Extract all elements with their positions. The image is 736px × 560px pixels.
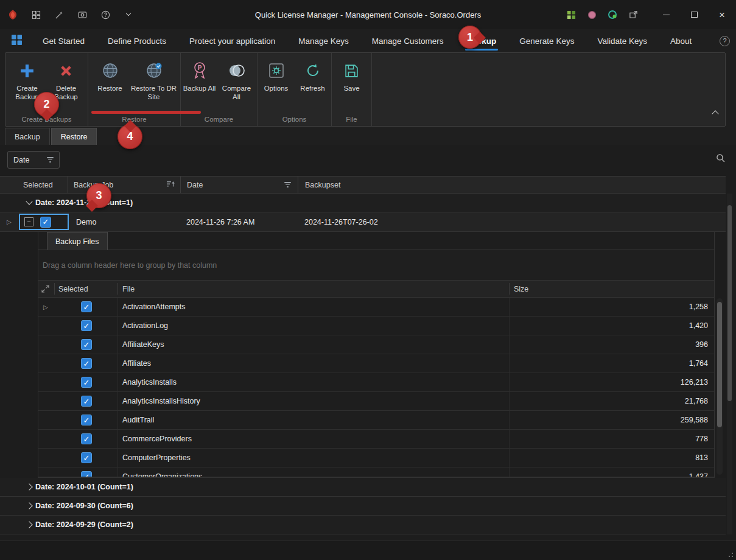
ribbon-tab-validate-keys[interactable]: Validate Keys: [586, 29, 659, 52]
collapse-detail-toggle[interactable]: −: [24, 217, 33, 226]
file-checkbox[interactable]: ✓: [81, 452, 92, 463]
record-pink-icon[interactable]: [586, 9, 597, 20]
row-checkbox[interactable]: ✓: [40, 217, 51, 228]
file-checkbox[interactable]: ✓: [81, 301, 92, 312]
backup-all-button[interactable]: P Backup All: [183, 58, 217, 93]
file-checkbox[interactable]: ✓: [81, 415, 92, 425]
ribbon-help-icon[interactable]: ?: [720, 36, 730, 46]
search-icon[interactable]: [716, 153, 725, 165]
restore-to-dr-site-button[interactable]: Restore To DR Site: [130, 58, 178, 102]
collapse-ribbon-icon[interactable]: [713, 108, 718, 119]
file-size: 21,768: [685, 392, 708, 411]
help-icon[interactable]: [100, 9, 111, 20]
file-checkbox[interactable]: ✓: [81, 471, 92, 477]
toolbar-group-compare: P Backup All Compare All Compare: [181, 53, 258, 126]
column-header-backupset[interactable]: Backupset: [298, 177, 726, 193]
file-checkbox[interactable]: ✓: [81, 433, 92, 444]
detail-column-file[interactable]: File: [122, 281, 135, 297]
annotation-underline-restore: [91, 111, 201, 114]
refresh-icon: [304, 60, 321, 81]
ribbon-tab-get-started[interactable]: Get Started: [31, 29, 96, 52]
screen-capture-icon[interactable]: [77, 9, 88, 20]
group-label: Date: 2024-09-30 (Count=6): [35, 502, 133, 510]
tab-backup-files[interactable]: Backup Files: [47, 232, 108, 250]
date-filter-dropdown[interactable]: Date: [7, 151, 60, 169]
file-size: 259,588: [681, 411, 708, 430]
magic-wand-icon[interactable]: [54, 9, 65, 20]
group-label-file: File: [332, 113, 371, 126]
file-row[interactable]: ✓ CommerceProviders 778: [38, 430, 714, 449]
ribbon-tab-define-products[interactable]: Define Products: [96, 29, 178, 52]
file-row[interactable]: ▷ ✓ ActivationAttempts 1,258: [38, 298, 714, 317]
row-expander-icon[interactable]: ▷: [7, 212, 12, 232]
titlebar-right: ×: [566, 0, 736, 29]
chevron-right-icon[interactable]: [24, 522, 34, 527]
file-row[interactable]: ✓ AnalyticsInstallsHistory 21,768: [38, 392, 714, 411]
file-checkbox[interactable]: ✓: [81, 320, 92, 331]
file-row[interactable]: ✓ AnalyticsInstalls 126,213: [38, 373, 714, 392]
selected-cell[interactable]: − ✓: [19, 214, 69, 230]
column-header-backup-job[interactable]: Backup Job: [68, 177, 180, 193]
file-row[interactable]: ✓ ActivationLog 1,420: [38, 317, 714, 335]
file-size: 396: [695, 335, 708, 354]
chevron-right-icon[interactable]: [24, 485, 34, 489]
file-name: ComputerProperties: [122, 449, 191, 467]
resize-grip[interactable]: [726, 550, 733, 557]
detail-tab-bar: Backup Files: [38, 232, 714, 250]
file-checkbox[interactable]: ✓: [81, 339, 92, 350]
maximize-button[interactable]: [680, 0, 708, 29]
file-row[interactable]: ✓ AuditTrail 259,588: [38, 411, 714, 430]
tab-restore[interactable]: Restore: [51, 128, 97, 145]
addon-green-icon[interactable]: [566, 9, 577, 20]
file-row[interactable]: ✓ Affiliates 1,764: [38, 354, 714, 373]
annotation-balloon-3: 3: [86, 183, 111, 208]
ribbon-apps-icon[interactable]: [11, 34, 23, 48]
ribbon-tab-manage-keys[interactable]: Manage Keys: [287, 29, 360, 52]
compare-all-button[interactable]: Compare All: [218, 58, 256, 102]
popout-icon[interactable]: [628, 9, 639, 20]
column-header-selected[interactable]: Selected: [17, 177, 68, 193]
group-row-2024-09-29[interactable]: Date: 2024-09-29 (Count=2): [0, 516, 726, 534]
annotation-balloon-2: 2: [34, 92, 59, 117]
date-column-funnel-icon[interactable]: [284, 182, 291, 187]
file-checkbox[interactable]: ✓: [81, 377, 92, 388]
save-button[interactable]: Save: [336, 58, 368, 93]
options-button[interactable]: Options: [259, 58, 294, 93]
chevron-right-icon[interactable]: [24, 503, 34, 508]
file-row[interactable]: ✓ AffiliateKeys 396: [38, 335, 714, 354]
minimize-button[interactable]: [652, 0, 680, 29]
detail-column-size[interactable]: Size: [514, 281, 528, 297]
group-row-2024-09-30[interactable]: Date: 2024-09-30 (Count=6): [0, 497, 726, 516]
sync-teal-icon[interactable]: [607, 9, 618, 20]
file-checkbox[interactable]: ✓: [81, 358, 92, 369]
ribbon-tab-manage-customers[interactable]: Manage Customers: [360, 29, 455, 52]
close-button[interactable]: ×: [708, 0, 736, 29]
filter-funnel-icon: [47, 157, 54, 163]
tab-backup[interactable]: Backup: [5, 128, 50, 145]
file-row[interactable]: ✓ CustomerOrganizations 1,437: [38, 467, 714, 477]
restore-button[interactable]: Restore: [91, 58, 129, 93]
grid-scrollbar-thumb[interactable]: [727, 205, 732, 401]
ribbon-tab-generate-keys[interactable]: Generate Keys: [508, 29, 586, 52]
group-label-compare: Compare: [181, 113, 257, 126]
expand-all-icon[interactable]: [41, 281, 49, 297]
file-checkbox[interactable]: ✓: [81, 396, 92, 407]
date-filter-label: Date: [13, 156, 29, 164]
file-name: Affiliates: [122, 354, 151, 373]
detail-scrollbar-thumb[interactable]: [717, 302, 722, 427]
group-row-2024-10-01[interactable]: Date: 2024-10-01 (Count=1): [0, 478, 726, 497]
refresh-button[interactable]: Refresh: [295, 58, 331, 93]
group-label: Date: 2024-10-01 (Count=1): [35, 483, 133, 491]
apps-grid-icon[interactable]: [30, 9, 41, 20]
row-expander-icon[interactable]: ▷: [43, 298, 48, 317]
chevron-down-icon[interactable]: [24, 201, 34, 204]
grid-scrollbar[interactable]: [727, 194, 732, 534]
detail-column-selected[interactable]: Selected: [58, 281, 88, 297]
backup-row-demo[interactable]: ▷ − ✓ Demo 2024-11-26 7:26 AM 2024-11-26…: [0, 212, 726, 232]
customize-chevron-icon[interactable]: [123, 9, 134, 20]
ribbon-tab-protect-application[interactable]: Protect your application: [178, 29, 287, 52]
column-header-date[interactable]: Date: [180, 177, 298, 193]
detail-scrollbar[interactable]: [717, 298, 723, 475]
file-row[interactable]: ✓ ComputerProperties 813: [38, 449, 714, 467]
ribbon-tab-about[interactable]: About: [659, 29, 703, 52]
